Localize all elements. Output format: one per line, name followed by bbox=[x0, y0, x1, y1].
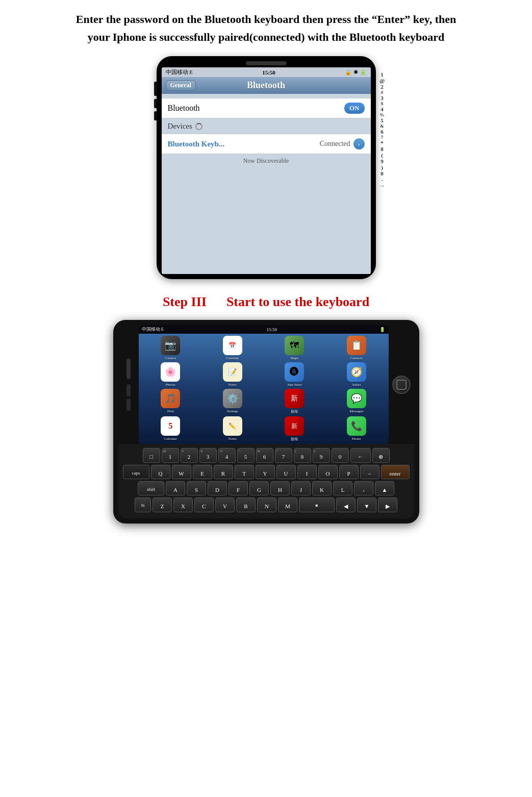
key-globe[interactable]: ⊕ bbox=[372, 448, 390, 463]
app-news-app[interactable]: 新 新闻 bbox=[265, 389, 325, 414]
iphone-carrier: 中国移动 E bbox=[142, 326, 164, 333]
ios-nav-bar: General Bluetooth bbox=[162, 77, 371, 94]
key-u[interactable]: U bbox=[276, 465, 296, 479]
key-i[interactable]: I bbox=[297, 465, 317, 479]
home-button[interactable] bbox=[392, 376, 411, 394]
key-d[interactable]: D bbox=[208, 481, 227, 495]
phone-speaker bbox=[246, 61, 287, 65]
key-t[interactable]: T bbox=[235, 465, 254, 479]
step-heading: Step III Start to use the keyboard bbox=[20, 294, 512, 310]
app-settings[interactable]: ⚙️ Settings bbox=[202, 389, 263, 414]
key-x[interactable]: X bbox=[173, 497, 193, 512]
key-9[interactable]: )9 bbox=[313, 448, 330, 463]
app-maps[interactable]: 🗺 Maps bbox=[265, 336, 325, 360]
app-news2[interactable]: 新 新闻 bbox=[265, 416, 325, 442]
key-1[interactable]: @1 bbox=[162, 448, 179, 463]
app-camera[interactable]: 📷 Camera bbox=[141, 336, 201, 360]
key-down[interactable]: ▼ bbox=[357, 497, 376, 512]
key-backspace[interactable]: ← bbox=[350, 448, 371, 463]
bluetooth-keyboard: □ @1 #2 $3 %4 ^5 &6 *7 (8 )9 0 ← ⊕ caps bbox=[118, 444, 414, 518]
key-q[interactable]: Q bbox=[151, 465, 170, 479]
key-space-bar[interactable]: ■ bbox=[299, 497, 335, 512]
key-h[interactable]: H bbox=[270, 481, 290, 495]
key-e[interactable]: E bbox=[193, 465, 212, 479]
key-shift[interactable]: shift bbox=[138, 481, 164, 495]
maps-icon: 🗺 bbox=[285, 336, 304, 355]
keyboard-row-numbers: □ @1 #2 $3 %4 ^5 &6 *7 (8 )9 0 ← ⊕ bbox=[121, 448, 411, 463]
iphone-time: 15:50 bbox=[267, 327, 277, 332]
keyboard-row-qwerty: caps Q W E R T Y U I O P ~ enter bbox=[121, 465, 411, 479]
phone-keyboard-device: 中国移动 E 15:50 🔋 📷 Camera 📅 Calendar bbox=[113, 320, 419, 524]
appstore-icon: 🅐 bbox=[285, 362, 304, 382]
key-6[interactable]: &6 bbox=[256, 448, 273, 463]
key-caps[interactable]: caps bbox=[123, 465, 149, 479]
key-r[interactable]: R bbox=[214, 465, 233, 479]
phone-body: 中国移动 E 15:50 🔋 📷 Camera 📅 Calendar bbox=[113, 320, 419, 524]
app-cal5[interactable]: 5 Calendar bbox=[141, 416, 201, 442]
key-m[interactable]: M bbox=[278, 497, 297, 512]
key-8[interactable]: (8 bbox=[294, 448, 311, 463]
key-0[interactable]: 0 bbox=[332, 448, 349, 463]
key-k[interactable]: K bbox=[312, 481, 332, 495]
key-s[interactable]: S bbox=[187, 481, 206, 495]
intro-line1: Enter the password on the Bluetooth keyb… bbox=[20, 10, 512, 28]
notes-icon: 📝 bbox=[223, 362, 242, 382]
app-appstore[interactable]: 🅐 App Store bbox=[265, 362, 325, 387]
bluetooth-toggle-cell[interactable]: Bluetooth ON bbox=[162, 98, 371, 118]
key-enter[interactable]: enter bbox=[381, 465, 410, 479]
key-left[interactable]: ◀ bbox=[336, 497, 356, 512]
key-l[interactable]: L bbox=[333, 481, 352, 495]
key-gt[interactable]: › bbox=[354, 481, 373, 495]
phone-left-controls bbox=[118, 325, 139, 444]
app-calendar[interactable]: 📅 Calendar bbox=[202, 336, 263, 360]
bluetooth-toggle[interactable]: ON bbox=[344, 103, 365, 114]
key-3[interactable]: $3 bbox=[199, 448, 217, 463]
vol-up-button[interactable] bbox=[126, 384, 131, 396]
bluetooth-device-cell[interactable]: Bluetooth Keyb... Connected › bbox=[162, 134, 371, 154]
volume-buttons bbox=[126, 384, 131, 411]
key-g[interactable]: G bbox=[249, 481, 269, 495]
key-n[interactable]: N bbox=[257, 497, 276, 512]
app-grid: 📷 Camera 📅 Calendar 🗺 Maps 📋 bbox=[139, 334, 389, 444]
key-2[interactable]: #2 bbox=[181, 448, 198, 463]
phone-left-speaker bbox=[126, 359, 131, 379]
app-phone[interactable]: 📞 Phone bbox=[326, 416, 387, 442]
app-notes[interactable]: 📝 Notes bbox=[202, 362, 263, 387]
key-square[interactable]: □ bbox=[143, 448, 160, 463]
app-photos[interactable]: 🌸 Photos bbox=[141, 362, 201, 387]
key-right[interactable]: ▶ bbox=[378, 497, 397, 512]
step-label: Step III Start to use the keyboard bbox=[163, 294, 369, 309]
app-ipod[interactable]: 🎵 iPod bbox=[141, 389, 201, 414]
key-tilde[interactable]: ~ bbox=[360, 465, 379, 479]
app-contacts[interactable]: 📋 Contacts bbox=[326, 336, 387, 360]
ios-settings-list: Bluetooth ON Devices Bluetooth Keyb... C… bbox=[162, 94, 371, 274]
key-5[interactable]: ^5 bbox=[237, 448, 255, 463]
key-f[interactable]: F bbox=[229, 481, 248, 495]
app-safari[interactable]: 🧭 Safari bbox=[326, 362, 387, 387]
ios-back-button[interactable]: General bbox=[166, 80, 196, 91]
key-up[interactable]: ▲ bbox=[375, 481, 394, 495]
app-messages[interactable]: 💬 Messages bbox=[326, 389, 387, 414]
vol-down-button[interactable] bbox=[126, 398, 131, 411]
loading-spinner bbox=[195, 123, 202, 130]
key-z[interactable]: Z bbox=[153, 497, 172, 512]
key-4[interactable]: %4 bbox=[218, 448, 236, 463]
key-j[interactable]: J bbox=[291, 481, 311, 495]
key-w[interactable]: W bbox=[172, 465, 191, 479]
discoverable-label: Now Discoverable bbox=[162, 154, 371, 168]
bluetooth-screenshot-container: 1@ 2# 3$ 4% 5& 67 * 8( 9) 0- → 中国移动 E 15… bbox=[20, 56, 512, 279]
key-b[interactable]: B bbox=[236, 497, 256, 512]
key-o[interactable]: O bbox=[318, 465, 338, 479]
app-notes2[interactable]: ✏️ Notes bbox=[202, 416, 263, 442]
key-a[interactable]: A bbox=[166, 481, 185, 495]
device-status: Connected bbox=[320, 140, 350, 148]
detail-chevron[interactable]: › bbox=[353, 138, 365, 150]
key-fn[interactable]: fn bbox=[135, 497, 151, 512]
phone-icon: 📞 bbox=[347, 416, 366, 436]
notes2-icon: ✏️ bbox=[223, 416, 242, 436]
key-7[interactable]: *7 bbox=[275, 448, 292, 463]
key-c[interactable]: C bbox=[194, 497, 214, 512]
key-y[interactable]: Y bbox=[256, 465, 275, 479]
key-p[interactable]: P bbox=[339, 465, 359, 479]
key-v[interactable]: V bbox=[215, 497, 235, 512]
